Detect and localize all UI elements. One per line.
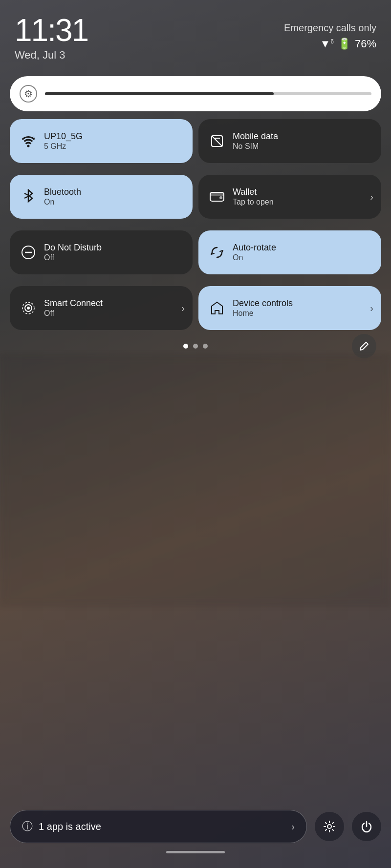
dnd-title: Do Not Disturb <box>44 243 102 253</box>
brightness-track[interactable] <box>45 92 371 95</box>
battery-icon: 🔋 <box>338 38 351 50</box>
bluetooth-tile-text: Bluetooth On <box>44 187 81 207</box>
dnd-subtitle: Off <box>44 253 102 262</box>
svg-point-13 <box>327 825 331 828</box>
wifi-tile-text: UP10_5G 5 GHz <box>44 131 83 151</box>
wallet-icon <box>208 188 226 206</box>
svg-point-0 <box>27 145 30 147</box>
wifi-icon: 6 <box>20 132 37 150</box>
tile-smart-connect[interactable]: Smart Connect Off › <box>10 286 193 330</box>
active-app-bar[interactable]: ⓘ 1 app is active › <box>10 810 307 843</box>
home-bar <box>166 851 225 853</box>
wallet-title: Wallet <box>233 187 274 198</box>
bottom-controls: ⓘ 1 app is active › <box>10 810 381 843</box>
bluetooth-icon <box>20 188 37 206</box>
smart-connect-title: Smart Connect <box>44 298 103 309</box>
wallet-tile-text: Wallet Tap to open <box>233 187 274 207</box>
power-button[interactable] <box>352 812 381 841</box>
time-display: 11:31 <box>15 15 88 46</box>
battery-percent: 76% <box>355 38 376 50</box>
tile-device-controls[interactable]: Device controls Home › <box>198 286 381 330</box>
smart-connect-arrow: › <box>181 303 185 314</box>
tile-bluetooth[interactable]: Bluetooth On <box>10 175 193 219</box>
dnd-tile-text: Do Not Disturb Off <box>44 243 102 262</box>
quick-tiles-grid: 6 UP10_5G 5 GHz Mobile data No SIM <box>10 119 381 330</box>
mobile-data-icon <box>208 132 226 150</box>
svg-line-4 <box>212 136 222 146</box>
status-left: 11:31 Wed, Jul 3 <box>15 15 88 62</box>
svg-text:6: 6 <box>32 136 35 141</box>
dot-2 <box>193 344 198 349</box>
tile-auto-rotate[interactable]: Auto-rotate On <box>198 230 381 274</box>
status-right: Emergency calls only ▼6 🔋 76% <box>284 15 376 50</box>
mobile-data-subtitle: No SIM <box>233 142 278 151</box>
page-indicator <box>0 344 391 349</box>
smart-connect-subtitle: Off <box>44 309 103 318</box>
svg-point-12 <box>27 307 30 310</box>
date-display: Wed, Jul 3 <box>15 49 88 62</box>
tile-mobile-data[interactable]: Mobile data No SIM <box>198 119 381 163</box>
mobile-data-tile-text: Mobile data No SIM <box>233 131 278 151</box>
device-controls-title: Device controls <box>233 298 293 309</box>
status-icons: ▼6 🔋 76% <box>320 38 376 50</box>
wifi-title: UP10_5G <box>44 131 83 142</box>
dnd-icon <box>20 244 37 261</box>
auto-rotate-tile-text: Auto-rotate On <box>233 243 276 262</box>
smart-connect-icon <box>20 299 37 317</box>
smart-connect-tile-text: Smart Connect Off <box>44 298 103 318</box>
active-app-text: 1 app is active <box>39 821 285 832</box>
mobile-data-title: Mobile data <box>233 131 278 142</box>
svg-point-7 <box>219 196 222 199</box>
wallet-subtitle: Tap to open <box>233 198 274 207</box>
brightness-slider-row[interactable]: ⚙ <box>10 76 381 111</box>
auto-rotate-title: Auto-rotate <box>233 243 276 253</box>
device-controls-arrow: › <box>370 303 373 314</box>
settings-button[interactable] <box>315 812 344 841</box>
dot-1 <box>183 344 188 349</box>
device-controls-tile-text: Device controls Home <box>233 298 293 318</box>
wifi-status-icon: ▼6 <box>320 38 333 50</box>
emergency-text: Emergency calls only <box>284 22 376 34</box>
bluetooth-title: Bluetooth <box>44 187 81 198</box>
status-bar: 11:31 Wed, Jul 3 Emergency calls only ▼6… <box>0 0 391 66</box>
device-controls-subtitle: Home <box>233 309 293 318</box>
bluetooth-subtitle: On <box>44 198 81 207</box>
bottom-bar: ⓘ 1 app is active › <box>0 800 391 868</box>
active-app-arrow: › <box>291 821 295 832</box>
auto-rotate-subtitle: On <box>233 253 276 262</box>
svg-rect-6 <box>210 192 224 196</box>
tile-wifi[interactable]: 6 UP10_5G 5 GHz <box>10 119 193 163</box>
tile-wallet[interactable]: Wallet Tap to open › <box>198 175 381 219</box>
wifi-subtitle: 5 GHz <box>44 142 83 151</box>
device-controls-icon <box>208 299 226 317</box>
wallpaper-area <box>0 353 391 607</box>
brightness-fill <box>45 92 274 95</box>
auto-rotate-icon <box>208 244 226 261</box>
brightness-icon: ⚙ <box>20 85 37 103</box>
wallet-arrow: › <box>370 191 373 203</box>
active-app-info-icon: ⓘ <box>22 819 33 834</box>
tile-dnd[interactable]: Do Not Disturb Off <box>10 230 193 274</box>
dot-3 <box>203 344 208 349</box>
